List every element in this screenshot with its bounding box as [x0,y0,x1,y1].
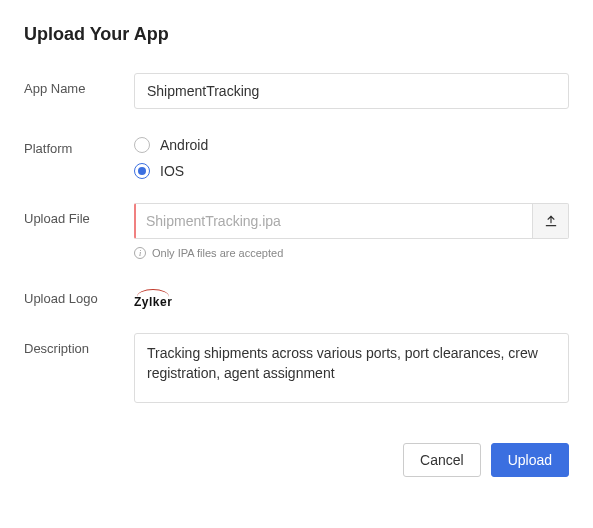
radio-label-ios: IOS [160,163,184,179]
row-upload-file: Upload File ShipmentTracking.ipa i Only … [24,203,569,259]
description-textarea[interactable] [134,333,569,403]
label-description: Description [24,333,134,356]
row-platform: Platform Android IOS [24,133,569,179]
upload-icon [544,214,558,228]
file-hint-text: Only IPA files are accepted [152,247,283,259]
label-platform: Platform [24,133,134,156]
radio-android[interactable]: Android [134,137,569,153]
radio-label-android: Android [160,137,208,153]
radio-icon [134,137,150,153]
file-input[interactable]: ShipmentTracking.ipa [134,203,533,239]
app-name-input[interactable] [134,73,569,109]
label-app-name: App Name [24,73,134,96]
file-browse-button[interactable] [533,203,569,239]
upload-button[interactable]: Upload [491,443,569,477]
action-bar: Cancel Upload [24,443,569,477]
row-description: Description [24,333,569,407]
row-upload-logo: Upload Logo Zylker [24,283,569,309]
cancel-button[interactable]: Cancel [403,443,481,477]
radio-ios[interactable]: IOS [134,163,569,179]
row-app-name: App Name [24,73,569,109]
info-icon: i [134,247,146,259]
logo-text: Zylker [134,295,172,309]
label-upload-logo: Upload Logo [24,283,134,306]
file-hint: i Only IPA files are accepted [134,247,569,259]
radio-icon-checked [134,163,150,179]
logo-preview[interactable]: Zylker [134,287,172,309]
label-upload-file: Upload File [24,203,134,226]
page-title: Upload Your App [24,24,569,45]
